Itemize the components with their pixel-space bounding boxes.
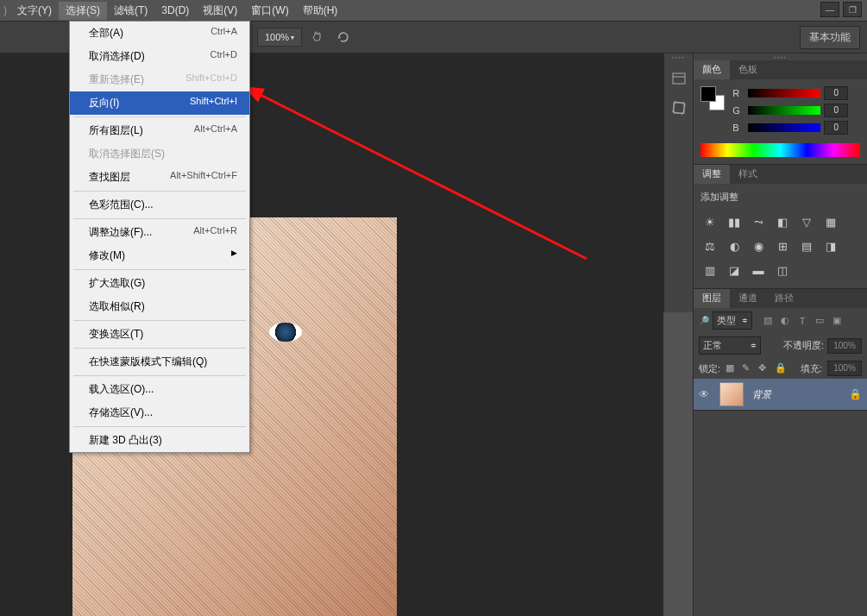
menu-load-selection[interactable]: 载入选区(O)... bbox=[70, 378, 249, 401]
zoom-input[interactable]: 100%▾ bbox=[257, 28, 302, 47]
visibility-eye-icon[interactable]: 👁 bbox=[699, 388, 713, 400]
tab-color[interactable]: 颜色 bbox=[694, 60, 730, 79]
filter-adjust-icon[interactable]: ◐ bbox=[778, 314, 792, 328]
menu-deselect-layers: 取消选择图层(S) bbox=[70, 142, 249, 166]
tab-adjustments[interactable]: 调整 bbox=[694, 165, 730, 184]
filter-type-icon[interactable]: T bbox=[795, 314, 809, 328]
rotate-tool-icon[interactable] bbox=[333, 27, 354, 47]
menu-separator bbox=[73, 348, 246, 349]
threshold-icon[interactable]: ◪ bbox=[726, 262, 742, 278]
lock-transparent-icon[interactable]: ▩ bbox=[726, 362, 738, 374]
menu-filter[interactable]: 滤镜(T) bbox=[107, 2, 154, 20]
adjust-panel-tabs: 调整 样式 bbox=[694, 165, 867, 184]
menu-refine-edge[interactable]: 调整边缘(F)...Alt+Ctrl+R bbox=[70, 221, 249, 244]
menu-help[interactable]: 帮助(H) bbox=[296, 2, 345, 20]
fill-input[interactable]: 100% bbox=[827, 361, 862, 376]
r-value[interactable]: 0 bbox=[824, 86, 848, 100]
minimize-button[interactable]: — bbox=[820, 2, 839, 17]
menu-color-range[interactable]: 色彩范围(C)... bbox=[70, 193, 249, 217]
menu-similar[interactable]: 选取相似(R) bbox=[70, 295, 249, 318]
layer-row-background[interactable]: 👁 背景 🔒 bbox=[694, 379, 867, 410]
menu-separator bbox=[73, 269, 246, 270]
invert-icon[interactable]: ◨ bbox=[823, 238, 839, 254]
layer-thumbnail[interactable] bbox=[719, 382, 744, 406]
lock-pixels-icon[interactable]: ✎ bbox=[742, 362, 754, 374]
menu-text[interactable]: 文字(Y) bbox=[10, 2, 59, 20]
curves-icon[interactable]: ⤳ bbox=[751, 214, 766, 229]
tab-paths[interactable]: 路径 bbox=[766, 289, 802, 308]
menu-separator bbox=[73, 426, 246, 427]
brightness-icon[interactable]: ☀ bbox=[702, 214, 718, 229]
bw-icon[interactable]: ◐ bbox=[726, 238, 742, 254]
menu-window[interactable]: 窗口(W) bbox=[244, 2, 295, 20]
menu-find-layers[interactable]: 查找图层Alt+Shift+Ctrl+F bbox=[70, 166, 249, 189]
gradient-map-icon[interactable]: ▬ bbox=[751, 262, 766, 278]
svg-rect-1 bbox=[673, 73, 685, 84]
photo-filter-icon[interactable]: ◉ bbox=[751, 238, 766, 254]
vibrance-icon[interactable]: ▽ bbox=[799, 214, 814, 229]
lock-all-icon[interactable]: 🔒 bbox=[775, 362, 787, 374]
filter-pixel-icon[interactable]: ▧ bbox=[761, 314, 775, 328]
panel-grip-icon[interactable]: ▪▪▪▪ bbox=[694, 53, 867, 60]
exposure-icon[interactable]: ◧ bbox=[775, 214, 790, 229]
menu-select[interactable]: 选择(S) bbox=[59, 2, 107, 20]
menu-separator bbox=[73, 218, 246, 219]
workspace-switcher[interactable]: 基本功能 bbox=[800, 26, 860, 49]
layer-filter-kind[interactable]: 类型≑ bbox=[713, 311, 752, 330]
menu-3d[interactable]: 3D(D) bbox=[154, 3, 196, 18]
menu-reselect: 重新选择(E)Shift+Ctrl+D bbox=[70, 68, 249, 91]
hue-sat-icon[interactable]: ▦ bbox=[823, 214, 839, 229]
b-value[interactable]: 0 bbox=[824, 121, 848, 135]
blend-mode-dropdown[interactable]: 正常≑ bbox=[699, 336, 761, 355]
hand-tool-icon[interactable] bbox=[307, 27, 328, 47]
panel-grip-icon[interactable]: ▪▪▪▪ bbox=[664, 53, 693, 60]
select-menu-dropdown: 全部(A)Ctrl+A 取消选择(D)Ctrl+D 重新选择(E)Shift+C… bbox=[69, 21, 250, 453]
color-balance-icon[interactable]: ⚖ bbox=[702, 238, 718, 254]
b-slider[interactable] bbox=[748, 123, 820, 132]
color-lookup-icon[interactable]: ▤ bbox=[799, 238, 814, 254]
selective-color-icon[interactable]: ◫ bbox=[775, 262, 790, 278]
menu-grow[interactable]: 扩大选取(G) bbox=[70, 272, 249, 295]
filter-shape-icon[interactable]: ▭ bbox=[813, 314, 826, 328]
menu-save-selection[interactable]: 存储选区(V)... bbox=[70, 401, 249, 424]
menu-transform-selection[interactable]: 变换选区(T) bbox=[70, 323, 249, 346]
filter-smart-icon[interactable]: ▣ bbox=[830, 314, 844, 328]
menu-select-all[interactable]: 全部(A)Ctrl+A bbox=[70, 22, 249, 45]
tab-channels[interactable]: 通道 bbox=[730, 289, 766, 308]
menu-view[interactable]: 视图(V) bbox=[196, 2, 244, 20]
color-panel: ▪▪▪▪ 颜色 色板 R0 G0 B0 bbox=[694, 53, 867, 165]
add-adjustment-label: 添加调整 bbox=[701, 191, 860, 204]
lock-position-icon[interactable]: ✥ bbox=[758, 362, 770, 374]
properties-panel-icon[interactable] bbox=[667, 97, 691, 119]
adjustments-panel: 调整 样式 添加调整 ☀ ▮▮ ⤳ ◧ ▽ ▦ ⚖ ◐ ◉ ⊞ ▤ ◨ ▥ ◪ … bbox=[694, 165, 867, 289]
menu-new-3d-extrusion[interactable]: 新建 3D 凸出(3) bbox=[70, 429, 249, 452]
maximize-button[interactable]: ❐ bbox=[843, 2, 862, 17]
r-slider[interactable] bbox=[748, 89, 820, 97]
color-panel-tabs: 颜色 色板 bbox=[694, 60, 867, 79]
levels-icon[interactable]: ▮▮ bbox=[726, 214, 742, 229]
image-detail bbox=[269, 323, 302, 342]
channel-mixer-icon[interactable]: ⊞ bbox=[775, 238, 790, 254]
tab-styles[interactable]: 样式 bbox=[730, 165, 766, 184]
tab-layers[interactable]: 图层 bbox=[694, 289, 730, 308]
menu-all-layers[interactable]: 所有图层(L)Alt+Ctrl+A bbox=[70, 119, 249, 142]
tab-swatches[interactable]: 色板 bbox=[730, 60, 766, 79]
menu-modify[interactable]: 修改(M)▶ bbox=[70, 244, 249, 267]
posterize-icon[interactable]: ▥ bbox=[702, 262, 718, 278]
lock-row: 锁定: ▩ ✎ ✥ 🔒 填充: 100% bbox=[694, 358, 867, 379]
color-spectrum[interactable] bbox=[701, 143, 860, 157]
search-icon[interactable]: 🔎 bbox=[699, 316, 709, 325]
history-panel-icon[interactable] bbox=[667, 67, 691, 90]
g-label: G bbox=[732, 105, 744, 116]
lock-label: 锁定: bbox=[699, 362, 720, 375]
foreground-color-swatch[interactable] bbox=[701, 86, 716, 102]
layer-list: 👁 背景 🔒 bbox=[694, 379, 867, 410]
menu-deselect[interactable]: 取消选择(D)Ctrl+D bbox=[70, 45, 249, 68]
menu-quick-mask[interactable]: 在快速蒙版模式下编辑(Q) bbox=[70, 350, 249, 374]
opacity-input[interactable]: 100% bbox=[827, 338, 862, 354]
menu-inverse[interactable]: 反向(I)Shift+Ctrl+I bbox=[70, 91, 249, 115]
g-value[interactable]: 0 bbox=[824, 104, 848, 117]
g-slider[interactable] bbox=[748, 106, 820, 115]
svg-rect-3 bbox=[674, 103, 684, 113]
foreground-background-swatch[interactable] bbox=[701, 86, 725, 110]
